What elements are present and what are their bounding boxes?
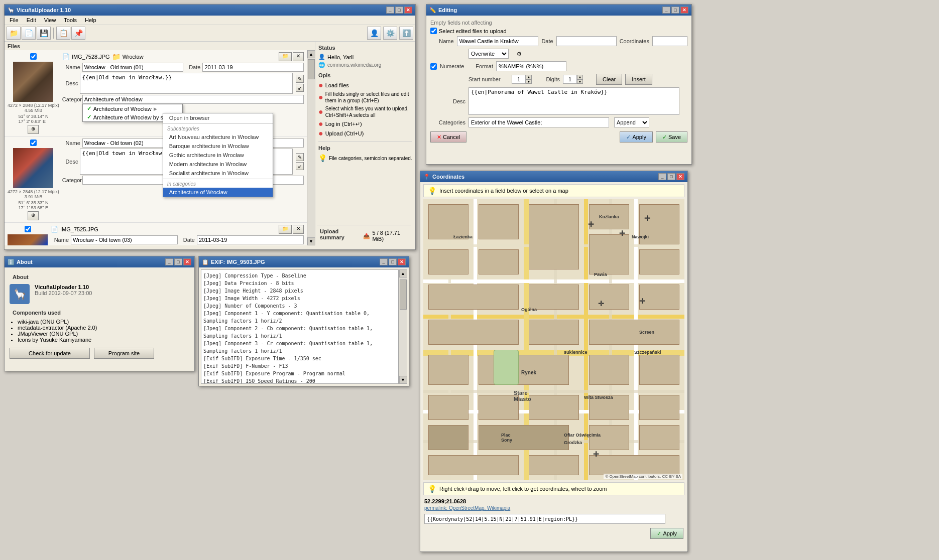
apply-button[interactable]: ✓ Apply: [620, 131, 653, 143]
ctx-socialist[interactable]: Socialist architecture in Wrocław: [163, 169, 273, 178]
copy-button[interactable]: 📋: [56, 27, 70, 40]
about-maximize[interactable]: □: [174, 258, 182, 265]
ctx-artnouveau[interactable]: Art Nouveau architecture in Wrocław: [163, 132, 273, 142]
maximize-button[interactable]: □: [395, 7, 403, 14]
select-edited-cb[interactable]: [430, 28, 437, 34]
digits-spin[interactable]: ▲ ▼: [577, 75, 583, 84]
name-input-3[interactable]: [71, 235, 178, 244]
numerate-cb[interactable]: [430, 63, 437, 70]
ctx-archwroclaw[interactable]: Architecture of Wrocław: [163, 188, 273, 197]
desc-edit-btn-1[interactable]: ✎: [296, 75, 304, 83]
file-remove-btn[interactable]: ✕: [293, 52, 304, 61]
ctx-modern[interactable]: Modern architecture in Wrocław: [163, 160, 273, 169]
coord-value: 52.2299;21.0628: [424, 498, 683, 504]
exif-scroll-up[interactable]: ▲: [399, 269, 407, 277]
open-browser-item[interactable]: Open in browser: [163, 113, 273, 122]
ctx-baroque[interactable]: Baroque architecture in Wrocław: [163, 142, 273, 151]
program-site-button[interactable]: Program site: [94, 348, 154, 359]
menu-help[interactable]: Help: [82, 17, 99, 24]
file-checkbox-3[interactable]: [25, 226, 31, 232]
coords-btn-2[interactable]: ⊕: [28, 211, 39, 220]
map-area[interactable]: StareMiasto Rynek Łazienka Ogólna Pawia …: [423, 199, 684, 480]
insert-button[interactable]: Insert: [625, 74, 652, 85]
edit-coords-input[interactable]: [652, 36, 687, 46]
startnum-spin[interactable]: ▲ ▼: [526, 75, 532, 84]
overwrite-select[interactable]: Overwrite: [468, 49, 509, 59]
edit-date-input[interactable]: [556, 36, 617, 46]
scroll-down[interactable]: ▼: [307, 237, 315, 245]
exif-text-area[interactable]: [Jpeg] Compression Type - Baseline [Jpeg…: [201, 269, 399, 384]
digits-up[interactable]: ▲: [577, 75, 583, 79]
format-input[interactable]: [496, 61, 566, 71]
tip-text-1: Load files: [325, 82, 349, 88]
paste-button[interactable]: 📌: [71, 27, 85, 40]
folder-browse-btn-3[interactable]: 📁: [279, 225, 292, 234]
cancel-button[interactable]: ✕ Cancel: [430, 131, 466, 143]
about-minimize[interactable]: _: [165, 258, 173, 265]
exif-close[interactable]: ✕: [398, 258, 406, 265]
coords-btn-1[interactable]: ⊕: [28, 125, 39, 134]
desc-template-btn-1[interactable]: ↙: [296, 84, 304, 92]
startnum-spinbox[interactable]: ▲ ▼: [512, 75, 532, 84]
minimize-button[interactable]: _: [386, 7, 394, 14]
desc-textarea-1[interactable]: {{en|Old town in Wrocław.}}: [80, 73, 293, 94]
new-button[interactable]: 📄: [22, 27, 36, 40]
edit-categories-input[interactable]: [468, 117, 609, 127]
edit-name-input[interactable]: [457, 36, 539, 46]
menu-edit[interactable]: Edit: [24, 17, 39, 24]
coord-template-input[interactable]: [424, 514, 665, 524]
ctx-gothic[interactable]: Gothic architecture in Wrocław: [163, 151, 273, 160]
building-15: [529, 320, 579, 345]
file-details-1: 📄 IMG_7528.JPG 📁 Wrocław 📁 ✕ Name: [62, 52, 304, 134]
startnum-down[interactable]: ▼: [526, 79, 532, 84]
date-input-3[interactable]: [197, 235, 304, 244]
edit-desc-textarea[interactable]: {{en|Panorama of Wawel Castle in Kraków}…: [468, 87, 679, 115]
bullet-1: ●: [318, 81, 323, 89]
about-close[interactable]: ✕: [183, 258, 191, 265]
exif-maximize[interactable]: □: [389, 258, 397, 265]
exif-scroll-down[interactable]: ▼: [399, 376, 407, 384]
edit-minimize[interactable]: _: [662, 7, 670, 14]
scroll-up[interactable]: ▲: [307, 50, 315, 58]
date-input-1[interactable]: [202, 63, 304, 72]
file-coords-2: 51° 6' 35.33" N 17° 1' 53.68" E: [18, 200, 48, 210]
startnum-up[interactable]: ▲: [526, 75, 532, 79]
edit-maximize[interactable]: □: [671, 7, 679, 14]
folder-browse-btn[interactable]: 📁: [279, 52, 292, 61]
cat-item-1[interactable]: ✓ Architecture of Wrocław ▶: [83, 104, 182, 113]
file-remove-btn-3[interactable]: ✕: [293, 225, 304, 234]
file-checkbox[interactable]: [30, 53, 37, 60]
close-button[interactable]: ✕: [404, 7, 412, 14]
name-input-1[interactable]: [82, 63, 184, 72]
digits-spinbox[interactable]: ▲ ▼: [563, 75, 583, 84]
coords-minimize[interactable]: _: [658, 173, 666, 180]
categories-input-1[interactable]: [82, 95, 304, 104]
user-button[interactable]: 👤: [367, 27, 381, 40]
exif-scroll-thumb[interactable]: [400, 279, 407, 310]
coords-apply-button[interactable]: ✓ Apply: [650, 528, 683, 539]
scroll-thumb[interactable]: [308, 59, 315, 79]
digits-down[interactable]: ▼: [577, 79, 583, 84]
open-button[interactable]: 📁: [7, 27, 21, 40]
exif-minimize[interactable]: _: [380, 258, 388, 265]
menu-file[interactable]: File: [7, 17, 22, 24]
coords-maximize[interactable]: □: [667, 173, 675, 180]
menu-view[interactable]: View: [41, 17, 59, 24]
exif-scrollbar[interactable]: ▲ ▼: [399, 269, 407, 384]
digits-input[interactable]: [563, 75, 577, 84]
save-button-edit[interactable]: ✓ Save: [656, 131, 687, 143]
upload-button[interactable]: ⬆️: [399, 27, 413, 40]
desc-edit-btn-2[interactable]: ✎: [296, 153, 304, 161]
menu-tools[interactable]: Tools: [61, 17, 80, 24]
clear-button[interactable]: Clear: [596, 74, 622, 85]
settings-button[interactable]: ⚙️: [383, 27, 397, 40]
file-scrollbar[interactable]: ▲ ▼: [307, 50, 315, 245]
startnum-input[interactable]: [512, 75, 526, 84]
append-select[interactable]: Append: [614, 117, 649, 127]
file-checkbox-2[interactable]: [30, 139, 37, 146]
edit-close[interactable]: ✕: [680, 7, 688, 14]
save-button[interactable]: 💾: [37, 27, 51, 40]
coords-close[interactable]: ✕: [676, 173, 684, 180]
desc-template-btn-2[interactable]: ↙: [296, 162, 304, 170]
check-update-button[interactable]: Check for update: [10, 348, 90, 359]
